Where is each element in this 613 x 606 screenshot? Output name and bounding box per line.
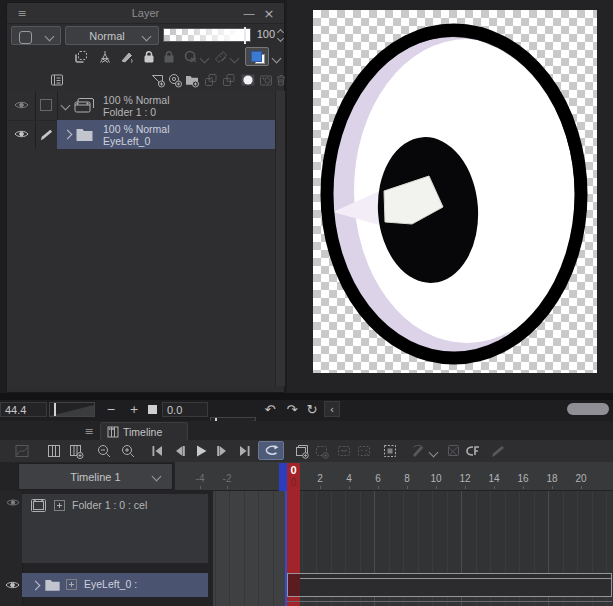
chevron-down-icon[interactable]	[230, 54, 240, 64]
new-timeline-icon[interactable]	[68, 443, 84, 459]
ruler-frame-label: 12	[455, 473, 475, 484]
close-icon[interactable]: ×	[262, 5, 276, 21]
delete-cel-icon[interactable]	[446, 443, 462, 459]
new-animation-cel-icon[interactable]	[294, 443, 310, 459]
chevron-down-icon[interactable]	[429, 448, 439, 458]
enable-mask-icon[interactable]	[183, 49, 199, 65]
frame-gridline	[229, 491, 230, 606]
lock-layer-icon[interactable]	[141, 49, 157, 65]
zoom-in-button[interactable]: +	[125, 402, 143, 417]
zoom-slider[interactable]	[49, 402, 95, 417]
draft-layer-icon[interactable]	[119, 49, 135, 65]
expand-plus-box[interactable]	[66, 579, 77, 590]
loop-play-button[interactable]	[258, 441, 284, 460]
go-to-start-icon[interactable]	[150, 444, 164, 458]
new-layer-dialog-icon[interactable]	[167, 72, 183, 88]
reference-layer-icon[interactable]	[97, 49, 113, 65]
zoom-in-timeline-icon[interactable]	[120, 443, 136, 459]
chevron-down-icon[interactable]	[272, 54, 282, 64]
checkbox[interactable]	[40, 99, 52, 111]
blend-thumbnail-dropdown[interactable]	[11, 26, 61, 45]
eye-icon[interactable]	[14, 99, 29, 111]
previous-frame-icon[interactable]	[172, 444, 186, 458]
chevron-right-icon[interactable]	[31, 581, 41, 591]
tab-timeline[interactable]: Timeline	[100, 422, 188, 440]
layer-list-scrollbar[interactable]	[275, 91, 285, 386]
edit-timeline-pencil-icon[interactable]	[490, 443, 506, 459]
zoom-out-button[interactable]: −	[102, 402, 120, 417]
opacity-slider[interactable]	[163, 28, 251, 42]
ruler-frame-label: 10	[426, 473, 446, 484]
opacity-value[interactable]: 100	[251, 28, 275, 42]
undo-icon[interactable]: ↶	[261, 400, 279, 418]
pencil-icon[interactable]	[39, 127, 54, 142]
onion-skin-icon[interactable]	[382, 443, 398, 459]
opacity-slider-handle[interactable]	[244, 27, 246, 44]
ruler-tick	[436, 486, 437, 489]
new-cel-icon[interactable]	[314, 443, 330, 459]
eye-icon[interactable]	[14, 128, 29, 140]
release-cel-icon[interactable]	[356, 443, 372, 459]
reset-rotation-icon[interactable]: ↻	[303, 400, 321, 418]
play-icon[interactable]	[194, 444, 208, 458]
scrollbar-thumb[interactable]	[567, 403, 609, 415]
timeline-list-icon[interactable]	[46, 443, 62, 459]
cel-strip[interactable]	[287, 573, 612, 597]
zoom-slider-handle[interactable]	[54, 403, 56, 416]
layer-color-button[interactable]	[245, 47, 269, 66]
start-marker-blue[interactable]	[279, 463, 287, 491]
zoom-value-field[interactable]: 44.4	[0, 402, 47, 417]
frame-ruler[interactable]: -4-22468101214161820	[175, 462, 613, 491]
ruler-tick	[407, 486, 408, 489]
ruler-tick	[320, 486, 321, 489]
track-eyeleft[interactable]: EyeLeft_0 :	[22, 573, 208, 597]
layer-panel-titlebar: ≡ Layer — ×	[7, 3, 284, 24]
track-folder[interactable]: Folder 1 : 0 : cel	[22, 494, 208, 563]
collapse-bar-icon[interactable]: ‹	[324, 401, 340, 417]
timeline-selector-dropdown[interactable]: Timeline 1	[18, 463, 173, 490]
ruler-frame-label: 20	[571, 473, 591, 484]
layer-row-folder[interactable]: 100 % Normal Folder 1 : 0	[7, 91, 284, 121]
palette-list-icon[interactable]	[49, 72, 65, 88]
eye-icon[interactable]	[6, 497, 20, 508]
ruler-tick	[581, 486, 582, 489]
track-header-column: Folder 1 : 0 : cel EyeLeft_0 :	[0, 491, 213, 606]
opacity-spinner[interactable]	[277, 27, 287, 43]
redo-icon[interactable]: ↷	[283, 400, 301, 418]
ruler-tick	[552, 486, 553, 489]
layer-name: Folder 1 : 0	[103, 106, 170, 118]
go-to-end-icon[interactable]	[238, 444, 252, 458]
chevron-down-icon	[152, 472, 162, 482]
merge-with-lower-layer-icon[interactable]	[221, 72, 237, 88]
zoom-out-timeline-icon[interactable]	[96, 443, 112, 459]
flip-paper-icon[interactable]	[410, 443, 426, 459]
apply-mask-icon[interactable]	[258, 72, 274, 88]
graph-editor-icon[interactable]	[14, 443, 30, 459]
blend-mode-dropdown[interactable]: Normal	[65, 26, 159, 45]
animation-folder-icon	[73, 96, 95, 115]
canvas[interactable]	[313, 10, 597, 373]
frame-gridline	[215, 491, 216, 606]
new-layer-folder-icon[interactable]	[184, 72, 200, 88]
timeline-panel-menu-icon[interactable]: ≡	[82, 423, 96, 439]
onion-skin-color-icon[interactable]	[464, 443, 482, 459]
minimize-icon[interactable]: —	[242, 5, 256, 21]
layer-row-eyeleft[interactable]: 100 % Normal EyeLeft_0	[7, 120, 284, 149]
blend-mode-value: Normal	[89, 30, 124, 42]
rotate-value-field[interactable]: 0.0	[162, 402, 208, 417]
transfer-to-lower-layer-icon[interactable]	[203, 72, 219, 88]
fit-to-screen-button[interactable]	[148, 405, 157, 414]
ruler-icon[interactable]	[213, 49, 229, 65]
chevron-down-icon[interactable]	[61, 101, 71, 111]
expand-plus-box[interactable]	[54, 500, 65, 511]
next-frame-icon[interactable]	[216, 444, 230, 458]
lock-transparent-pixels-icon[interactable]	[161, 49, 177, 65]
frame-gridline	[258, 491, 259, 606]
layer-mask-icon[interactable]	[240, 72, 256, 88]
spinner-down-icon[interactable]	[277, 35, 284, 42]
new-raster-layer-icon[interactable]	[150, 72, 166, 88]
clip-to-layer-below-icon[interactable]	[73, 49, 89, 65]
specify-cel-icon[interactable]	[336, 443, 352, 459]
chevron-down-icon[interactable]	[200, 54, 210, 64]
eye-icon[interactable]	[5, 579, 20, 591]
